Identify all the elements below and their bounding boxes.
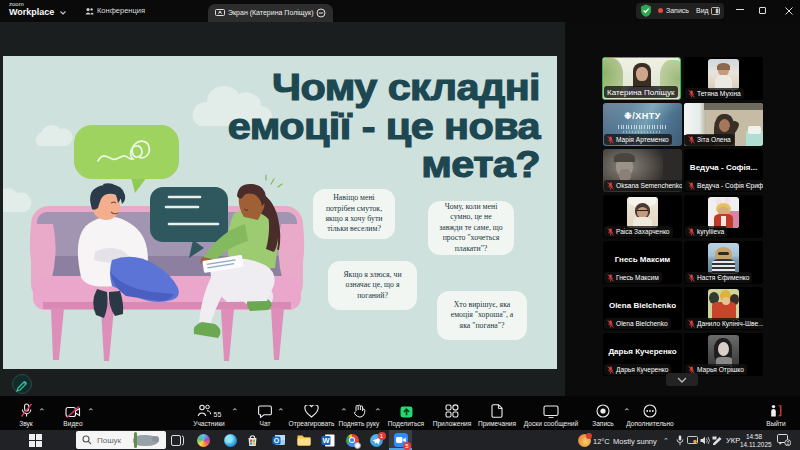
- svg-text:2: 2: [786, 440, 789, 446]
- svg-text:O: O: [274, 437, 280, 444]
- svg-text:W: W: [322, 436, 330, 445]
